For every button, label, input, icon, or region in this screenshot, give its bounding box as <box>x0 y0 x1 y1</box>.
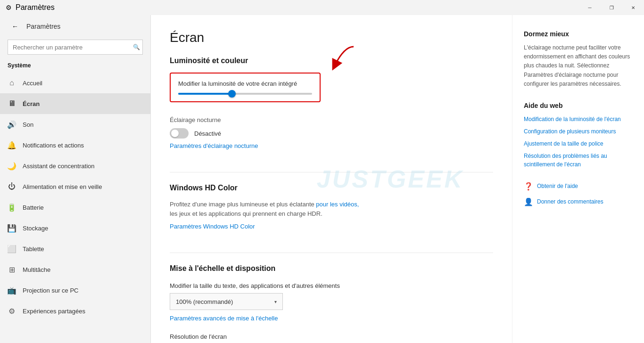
toggle-knob <box>171 130 179 137</box>
night-light-status: Désactivé <box>194 130 221 137</box>
projection-icon: 📺 <box>8 286 16 294</box>
sidebar-item-label: Alimentation et mise en veille <box>23 183 102 190</box>
sidebar-item-notifications[interactable]: 🔔 Notifications et actions <box>0 135 150 155</box>
sidebar-item-son[interactable]: 🔊 Son <box>0 114 150 135</box>
battery-icon: 🔋 <box>8 203 16 212</box>
brightness-label: Modifier la luminosité de votre écran in… <box>178 80 312 87</box>
feedback-icon: 👤 <box>524 197 533 206</box>
search-box: 🔍 <box>8 40 143 55</box>
storage-icon: 💾 <box>8 224 16 232</box>
titlebar-app-icon: ⚙ <box>6 4 12 11</box>
titlebar-title: Paramètres <box>16 3 55 12</box>
right-link-3[interactable]: Résolution des problèmes liés au scintil… <box>524 152 633 169</box>
notifications-icon: 🔔 <box>8 141 16 149</box>
sidebar-app-title: Paramètres <box>26 23 60 30</box>
web-help-title: Aide du web <box>524 102 633 109</box>
sidebar-item-label: Notifications et actions <box>23 142 84 149</box>
sound-icon: 🔊 <box>8 120 16 129</box>
night-light-label: Éclairage nocturne <box>170 116 493 123</box>
sidebar-item-experiences[interactable]: ⚙ Expériences partagées <box>0 301 150 321</box>
help-item-1[interactable]: 👤 Donner des commentaires <box>524 197 633 206</box>
sidebar-nav-top: ← Paramètres <box>0 15 150 38</box>
right-link-0[interactable]: Modification de la luminosité de l'écran <box>524 115 633 123</box>
right-link-1[interactable]: Configuration de plusieurs moniteurs <box>524 127 633 136</box>
sidebar-item-batterie[interactable]: 🔋 Batterie <box>0 197 150 218</box>
sidebar-item-multitache[interactable]: ⊞ Multitâche <box>0 259 150 280</box>
sidebar-item-label: Multitâche <box>23 266 50 273</box>
night-light-toggle[interactable] <box>170 128 189 139</box>
search-icon[interactable]: 🔍 <box>133 44 140 50</box>
titlebar-left: ⚙ Paramètres <box>6 3 55 12</box>
titlebar: ⚙ Paramètres ─ ❐ ✕ <box>0 0 644 15</box>
tablet-icon: ⬜ <box>8 245 16 253</box>
search-input[interactable] <box>8 40 143 55</box>
scale-title: Mise à l'échelle et disposition <box>170 264 493 273</box>
sidebar-item-label: Batterie <box>23 204 44 211</box>
shared-icon: ⚙ <box>8 307 16 315</box>
focus-icon: 🌙 <box>8 162 16 170</box>
main-content: JUSTGEEK Écran Luminosité et couleur Mod… <box>151 15 512 343</box>
minimize-button[interactable]: ─ <box>579 0 601 15</box>
sidebar-item-label: Son <box>23 121 33 128</box>
page-title: Écran <box>170 30 493 45</box>
app-body: ← Paramètres 🔍 Système ⌂ Accueil 🖥 Écran… <box>0 15 644 343</box>
home-icon: ⌂ <box>8 79 16 87</box>
brightness-box-container: Modifier la luminosité de votre écran in… <box>170 73 321 110</box>
help-text-0: Obtenir de l'aide <box>537 183 578 189</box>
sidebar-item-assistant[interactable]: 🌙 Assistant de concentration <box>0 155 150 176</box>
hd-color-title: Windows HD Color <box>170 184 493 192</box>
help-item-0[interactable]: ❓ Obtenir de l'aide <box>524 182 633 191</box>
titlebar-controls: ─ ❐ ✕ <box>579 0 644 15</box>
sidebar-item-label: Accueil <box>23 80 42 87</box>
sidebar-item-label: Stockage <box>23 225 48 232</box>
text-size-value: 100% (recommandé) <box>176 298 233 305</box>
brightness-box: Modifier la luminosité de votre écran in… <box>170 73 321 102</box>
brightness-section-title: Luminosité et couleur <box>170 57 493 65</box>
brightness-slider-fill <box>178 93 232 95</box>
sidebar-item-tablette[interactable]: ⬜ Tablette <box>0 238 150 259</box>
close-button[interactable]: ✕ <box>622 0 644 15</box>
sidebar-item-label: Expériences partagées <box>23 308 85 315</box>
section-divider-1 <box>170 172 493 172</box>
text-size-dropdown-arrow: ▾ <box>274 299 277 304</box>
hd-color-desc: Profitez d'une image plus lumineuse et p… <box>170 200 415 218</box>
right-link-2[interactable]: Ajustement de la taille de police <box>524 139 633 148</box>
sidebar-item-label: Tablette <box>23 245 44 253</box>
help-section: ❓ Obtenir de l'aide 👤 Donner des comment… <box>524 182 633 206</box>
night-light-row: Désactivé <box>170 128 493 139</box>
sidebar-item-stockage[interactable]: 💾 Stockage <box>0 218 150 238</box>
resolution-label: Résolution de l'écran <box>170 333 493 340</box>
right-panel: Dormez mieux L'éclairage nocturne peut f… <box>512 15 644 343</box>
help-icon: ❓ <box>524 182 533 191</box>
sidebar-item-label: Assistant de concentration <box>23 163 94 170</box>
sidebar-item-label: Écran <box>23 100 40 107</box>
power-icon: ⏻ <box>8 182 16 191</box>
text-size-label: Modifier la taille du texte, des applica… <box>170 282 493 289</box>
restore-button[interactable]: ❐ <box>601 0 622 15</box>
sidebar-item-accueil[interactable]: ⌂ Accueil <box>0 73 150 93</box>
sleep-desc: L'éclairage nocturne peut faciliter votr… <box>524 43 633 89</box>
section-divider-2 <box>170 253 493 253</box>
sleep-title: Dormez mieux <box>524 30 633 38</box>
hd-link[interactable]: pour les vidéos, <box>316 201 359 208</box>
help-text-1: Donner des commentaires <box>537 198 603 205</box>
back-button[interactable]: ← <box>8 19 23 34</box>
brightness-slider-track <box>178 93 312 95</box>
text-size-select[interactable]: 100% (recommandé) ▾ <box>170 293 283 310</box>
sidebar-item-alimentation[interactable]: ⏻ Alimentation et mise en veille <box>0 176 150 197</box>
advanced-scale-link[interactable]: Paramètres avancés de mise à l'échelle <box>170 315 493 322</box>
brightness-slider-thumb[interactable] <box>228 90 236 98</box>
sidebar-item-ecran[interactable]: 🖥 Écran <box>0 93 150 114</box>
sidebar-item-label: Projection sur ce PC <box>23 287 79 294</box>
display-icon: 🖥 <box>8 99 16 108</box>
sidebar-section-label: Système <box>0 60 150 73</box>
hd-color-settings-link[interactable]: Paramètres Windows HD Color <box>170 223 255 230</box>
sidebar-item-projection[interactable]: 📺 Projection sur ce PC <box>0 280 150 301</box>
sidebar: ← Paramètres 🔍 Système ⌂ Accueil 🖥 Écran… <box>0 15 151 343</box>
multitask-icon: ⊞ <box>8 265 16 274</box>
night-light-settings-link[interactable]: Paramètres d'éclairage nocturne <box>170 142 258 149</box>
